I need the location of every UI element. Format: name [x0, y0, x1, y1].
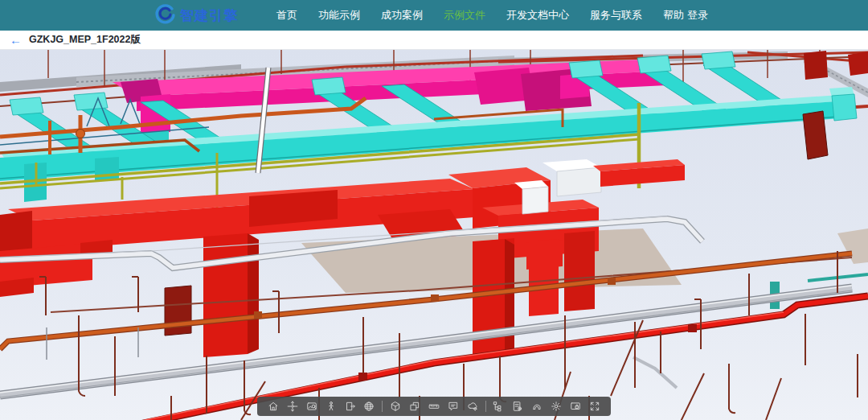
model-viewport[interactable]: [0, 50, 868, 420]
viewpoint-list-icon[interactable]: [511, 400, 524, 413]
walk-mode-icon[interactable]: [325, 400, 338, 413]
nav-service-contact[interactable]: 服务与联系: [590, 8, 642, 23]
measure-icon[interactable]: [428, 400, 440, 413]
nav-feature-examples[interactable]: 功能示例: [318, 8, 360, 23]
top-navbar: 智建引擎 首页 功能示例 成功案例 示例文件 开发文档中心 服务与联系 帮助 登…: [0, 0, 868, 31]
material-icon[interactable]: [530, 400, 543, 413]
swirl-logo-icon: [154, 2, 177, 28]
model-canvas[interactable]: [0, 50, 868, 420]
nav-help[interactable]: 帮助: [663, 8, 684, 23]
roam-icon[interactable]: [344, 400, 357, 413]
home-icon[interactable]: [267, 400, 280, 413]
model-tree-icon[interactable]: [492, 400, 505, 413]
nav-home[interactable]: 首页: [276, 8, 297, 23]
app-logo[interactable]: 智建引擎: [154, 2, 238, 28]
model-title: GZKJG_MEP_1F2022版: [29, 33, 141, 47]
nav-dev-docs[interactable]: 开发文档中心: [506, 8, 569, 23]
toolbar-divider: [382, 401, 383, 412]
markup-cloud-icon[interactable]: [466, 400, 479, 413]
snapshot-icon[interactable]: [305, 400, 318, 413]
logo-text: 智建引擎: [180, 6, 238, 25]
arrow-left-icon[interactable]: ←: [10, 34, 22, 46]
toolbar-divider: [485, 401, 486, 412]
panorama-icon[interactable]: [362, 400, 375, 413]
orbit-icon[interactable]: [286, 400, 299, 413]
info-panel-icon[interactable]: [569, 400, 582, 413]
fullscreen-icon[interactable]: [588, 400, 601, 413]
viewer-toolbar: [257, 397, 611, 416]
section-plane-icon[interactable]: [408, 400, 421, 413]
nav-success-cases[interactable]: 成功案例: [381, 8, 423, 23]
main-nav: 首页 功能示例 成功案例 示例文件 开发文档中心 服务与联系 帮助: [276, 8, 684, 23]
breadcrumb: ← GZKJG_MEP_1F2022版: [0, 31, 868, 50]
settings-icon[interactable]: [550, 400, 563, 413]
comment-icon[interactable]: [447, 400, 460, 413]
login-button[interactable]: 登录: [687, 8, 708, 23]
nav-sample-files[interactable]: 示例文件: [444, 8, 485, 23]
section-box-icon[interactable]: [389, 400, 402, 413]
